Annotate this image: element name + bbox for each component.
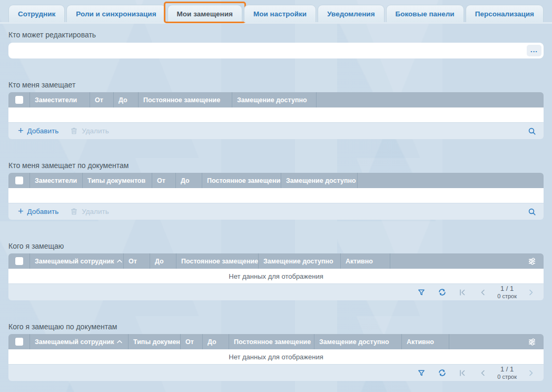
tab-side-panels[interactable]: Боковые панели [386, 5, 464, 22]
select-all-cell [8, 173, 29, 188]
table-whom-i-substitute: Замещаемый сотрудник От До Постоянное за… [8, 253, 544, 300]
sort-asc-icon [117, 340, 122, 344]
trash-icon [70, 208, 78, 215]
column-header-permanent[interactable]: Постоянное замещение [229, 334, 314, 349]
table4-title: Кого я замещаю по документам [8, 322, 544, 331]
column-header-available[interactable]: Замещение доступно [281, 173, 357, 188]
tab-notifications[interactable]: Уведомления [318, 5, 384, 22]
column-header-to[interactable]: До [202, 334, 229, 349]
column-header-doc-types[interactable]: Типы документов [128, 334, 180, 349]
page-indicator: 1 / 1 0 строк [497, 285, 517, 300]
select-all-checkbox[interactable] [15, 177, 23, 184]
next-page-icon[interactable] [525, 367, 537, 379]
settings-page: Сотрудник Роли и синхронизация Мои замещ… [0, 0, 552, 392]
table-empty-row [8, 188, 544, 203]
column-header-to[interactable]: До [113, 92, 138, 107]
select-all-checkbox[interactable] [15, 96, 23, 104]
column-header-filler [316, 92, 544, 107]
trash-icon [70, 127, 78, 135]
column-header-available[interactable]: Замещение доступно [258, 253, 340, 269]
table-toolbar: + Добавить Удалить [8, 122, 544, 139]
prev-page-icon[interactable] [477, 367, 489, 379]
table2-title: Кто меня замещает по документам [8, 161, 544, 170]
ellipsis-button[interactable]: ... [527, 45, 541, 56]
add-button[interactable]: + Добавить [14, 208, 63, 216]
column-header-substituted-employee[interactable]: Замещаемый сотрудник [29, 253, 123, 269]
refresh-icon[interactable] [436, 286, 448, 299]
select-all-cell [8, 253, 29, 269]
plus-icon: + [18, 126, 24, 135]
select-all-cell [8, 92, 29, 107]
tab-content: Кто может редактировать ... Кто меня зам… [0, 31, 552, 381]
delete-button[interactable]: Удалить [66, 208, 113, 215]
column-header-permanent[interactable]: Постоянное замещение [202, 173, 281, 188]
table-toolbar: + Добавить Удалить [8, 203, 544, 220]
first-page-icon[interactable] [456, 367, 469, 379]
no-data-row: Нет данных для отображения [8, 349, 544, 364]
delete-button[interactable]: Удалить [66, 127, 113, 135]
first-page-icon[interactable] [456, 286, 469, 299]
table1-title: Кто меня замещает [8, 81, 544, 89]
table-empty-row [8, 107, 544, 122]
column-header-substitutes[interactable]: Заместители [29, 173, 82, 188]
sort-asc-icon [117, 259, 122, 263]
filter-icon[interactable] [415, 367, 428, 379]
pagination-bar: 1 / 1 0 строк [8, 364, 544, 381]
editors-label: Кто может редактировать [8, 31, 544, 39]
plus-icon: + [18, 207, 24, 216]
tab-personalization[interactable]: Персонализация [466, 5, 544, 22]
column-header-available[interactable]: Замещение доступно [232, 92, 316, 107]
no-data-row: Нет данных для отображения [8, 269, 544, 283]
column-header-from[interactable]: От [180, 334, 202, 349]
column-header-permanent[interactable]: Постоянное замещение [138, 92, 232, 107]
table-header-row: Замещаемый сотрудник Типы документов От … [8, 334, 544, 349]
column-header-filler [357, 173, 544, 188]
editors-input[interactable] [8, 43, 544, 58]
pagination-bar: 1 / 1 0 строк [8, 283, 544, 300]
search-icon[interactable] [526, 125, 538, 138]
editors-field-wrap: ... [8, 43, 544, 58]
table-whom-i-substitute-by-documents: Замещаемый сотрудник Типы документов От … [8, 334, 544, 381]
column-header-from[interactable]: От [152, 173, 175, 188]
column-header-from[interactable]: От [90, 92, 113, 107]
column-header-substitutes[interactable]: Заместители [29, 92, 90, 107]
table-header-row: Замещаемый сотрудник От До Постоянное за… [8, 253, 544, 269]
tab-bar: Сотрудник Роли и синхронизация Мои замещ… [0, 0, 552, 22]
add-button[interactable]: + Добавить [14, 127, 63, 135]
column-header-active[interactable]: Активно [340, 253, 390, 269]
tab-roles-sync[interactable]: Роли и синхронизация [66, 5, 165, 22]
table-header-row: Заместители Типы документов От До Постоя… [8, 173, 544, 188]
prev-page-icon[interactable] [477, 286, 489, 299]
column-header-permanent[interactable]: Постоянное замещение [176, 253, 258, 269]
table-who-substitutes-me: Заместители От До Постоянное замещение З… [8, 92, 544, 139]
tab-employee[interactable]: Сотрудник [8, 5, 65, 22]
table3-title: Кого я замещаю [8, 242, 544, 250]
column-header-filler [449, 334, 544, 349]
select-all-checkbox[interactable] [15, 257, 23, 265]
table-header-row: Заместители От До Постоянное замещение З… [8, 92, 544, 107]
tabbar-bottom-strip [0, 22, 552, 24]
column-header-substituted-employee[interactable]: Замещаемый сотрудник [29, 334, 128, 349]
column-header-doc-types[interactable]: Типы документов [82, 173, 152, 188]
column-header-filler [390, 253, 544, 269]
column-settings-icon[interactable] [526, 336, 538, 348]
column-header-to[interactable]: До [175, 173, 202, 188]
column-header-to[interactable]: До [150, 253, 176, 269]
column-settings-icon[interactable] [526, 255, 538, 268]
table-who-substitutes-me-by-documents: Заместители Типы документов От До Постоя… [8, 173, 544, 220]
select-all-cell [8, 334, 29, 349]
column-header-active[interactable]: Активно [401, 334, 449, 349]
tab-my-substitutions[interactable]: Мои замещения [167, 5, 242, 22]
next-page-icon[interactable] [525, 286, 537, 299]
filter-icon[interactable] [415, 286, 428, 299]
refresh-icon[interactable] [436, 367, 448, 379]
search-icon[interactable] [526, 205, 538, 218]
select-all-checkbox[interactable] [15, 338, 23, 346]
page-indicator: 1 / 1 0 строк [497, 366, 517, 380]
column-header-from[interactable]: От [123, 253, 150, 269]
column-header-available[interactable]: Замещение доступно [314, 334, 401, 349]
tab-my-settings[interactable]: Мои настройки [244, 5, 316, 22]
